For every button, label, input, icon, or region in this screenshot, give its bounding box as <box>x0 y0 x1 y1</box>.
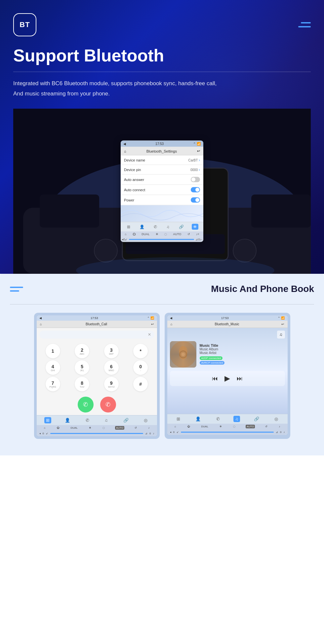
call-nav-link[interactable]: 🔗 <box>122 417 130 423</box>
call-nav-phone[interactable]: ✆ <box>84 417 91 423</box>
ctrl-ac[interactable]: ◌ <box>164 233 167 236</box>
call-screen-inner: ◀ 17:53 ⌃ 📶 ⌂ Bluetooth_Call ↩ ✕ 1 <box>37 315 157 436</box>
ctrl-home[interactable]: ⌂ <box>125 233 126 236</box>
music-nav-music[interactable]: ♫ <box>233 416 240 422</box>
call-ctrl-fan[interactable]: ❄ <box>88 426 92 430</box>
call-ctrl-vol[interactable]: ♪ <box>147 426 150 430</box>
call-back-arrow[interactable]: ◂ <box>38 432 42 435</box>
music-play-button[interactable]: ▶ <box>224 374 230 383</box>
music-ctrl-vol[interactable]: ♪ <box>278 425 281 428</box>
ctrl-auto[interactable]: AUTO <box>173 233 181 236</box>
call-ctrl-power[interactable]: ⏻ <box>56 426 60 430</box>
call-nav-grid[interactable]: ⊞ <box>44 417 51 423</box>
dial-6[interactable]: 6MNO <box>104 360 119 375</box>
call-vol-down[interactable]: ♪ <box>152 432 155 435</box>
music-mode[interactable]: ↙ <box>176 430 180 434</box>
bt-device-name-row[interactable]: Device name CarBT › <box>121 156 203 165</box>
call-ctrl-ac[interactable]: ◌ <box>101 426 106 430</box>
music-slider[interactable] <box>181 432 274 433</box>
music-next-button[interactable]: ⏭ <box>237 375 243 382</box>
call-mode[interactable]: ↙ <box>45 432 49 435</box>
nav-person-icon[interactable]: 👤 <box>138 224 146 230</box>
call-back-btn[interactable]: ◀ <box>39 316 42 320</box>
call-nav-music[interactable]: ♫ <box>103 417 109 423</box>
ctrl-vol-down[interactable]: ♪- <box>200 238 203 241</box>
dial-4[interactable]: 4GHI <box>46 360 60 375</box>
music-nav-link[interactable]: 🔗 <box>252 416 261 422</box>
music-nav-cam[interactable]: ◎ <box>273 416 280 422</box>
ctrl-repeat[interactable]: ↺ <box>187 233 190 236</box>
nav-link-icon[interactable]: 🔗 <box>178 224 185 230</box>
music-fan[interactable]: ⊿ <box>275 430 279 434</box>
call-green-button[interactable]: ✆ <box>78 397 94 412</box>
music-prev-button[interactable]: ⏮ <box>212 375 218 382</box>
music-ctrl-power[interactable]: ⏻ <box>186 425 191 428</box>
auto-connect-toggle[interactable] <box>191 187 200 193</box>
dial-9[interactable]: 9WXYZ <box>104 377 119 391</box>
dial-hash[interactable]: # <box>133 377 148 391</box>
music-ctrl-auto[interactable]: AUTO <box>246 425 255 428</box>
music-back-arrow[interactable]: ◂ <box>169 430 172 434</box>
ctrl-vol[interactable]: ♪+ <box>196 233 199 236</box>
music-vol-down[interactable]: ♪ <box>283 430 286 434</box>
dial-7[interactable]: 7PQRS <box>46 377 60 391</box>
music-nav-phone[interactable]: ✆ <box>215 416 222 422</box>
call-red-button[interactable]: ✆ <box>100 397 116 412</box>
music-nav-grid[interactable]: ⊞ <box>175 416 182 422</box>
ctrl-fan[interactable]: ❄ <box>156 233 158 236</box>
ctrl-mode[interactable]: ↙ <box>125 238 128 241</box>
dial-1[interactable]: 1 <box>46 344 60 358</box>
call-slider[interactable] <box>50 433 143 434</box>
dial-star[interactable]: * <box>133 344 148 358</box>
bt-power-row[interactable]: Power <box>121 195 203 205</box>
call-back-icon[interactable]: ↩ <box>151 322 154 326</box>
ctrl-slider[interactable] <box>129 239 194 240</box>
call-ctrl-repeat[interactable]: ↺ <box>134 426 138 430</box>
dial-2[interactable]: 2ABC <box>75 344 89 358</box>
bt-device-pin-row[interactable]: Device pin 0000 › <box>121 165 203 175</box>
music-back-icon[interactable]: ↩ <box>281 322 284 326</box>
music-ctrl-ac[interactable]: ◌ <box>232 425 236 428</box>
call-ctrl-auto[interactable]: AUTO <box>115 426 124 430</box>
music-home-icon[interactable]: ⌂ <box>171 322 173 326</box>
home-icon-small[interactable]: ⌂ <box>124 149 126 153</box>
call-nav-cam[interactable]: ◎ <box>142 417 149 423</box>
nav-eye-icon[interactable]: 👁 <box>192 224 198 230</box>
music-back-btn[interactable]: ◀ <box>170 316 172 320</box>
auto-answer-label: Auto answer <box>124 178 144 182</box>
bt-back-icon[interactable]: ↩ <box>197 149 200 153</box>
music-ctrl-fan[interactable]: ❄ <box>219 425 223 428</box>
music-album: Music Album <box>200 347 285 351</box>
bt-screen-title: Bluetooth_Settings <box>146 149 177 153</box>
bt-auto-answer-row[interactable]: Auto answer <box>121 175 203 185</box>
music-ctrl-repeat[interactable]: ↺ <box>264 425 268 428</box>
music-note-icon[interactable]: ♫ <box>277 331 285 339</box>
dial-0[interactable]: 0- <box>133 360 148 375</box>
dial-clear-button[interactable]: ✕ <box>148 332 151 337</box>
auto-answer-toggle[interactable] <box>191 177 200 182</box>
device-name-value: CarBT › <box>188 158 200 162</box>
ctrl-fan-icon[interactable]: ⊿ <box>195 238 198 241</box>
bt-settings-overlay: ◀ 17:53 ⌃ 📶 ⌂ Bluetooth_Settings ↩ Devic… <box>121 141 203 242</box>
call-status-bar: ◀ 17:53 ⌃ 📶 <box>37 315 157 321</box>
call-home-icon[interactable]: ⌂ <box>40 322 42 326</box>
nav-grid-icon[interactable]: ⊞ <box>126 224 132 230</box>
power-toggle[interactable] <box>191 197 200 203</box>
nav-phone-icon[interactable]: ✆ <box>152 224 158 230</box>
nav-music-icon[interactable]: ♫ <box>165 224 171 230</box>
music-nav-person[interactable]: 👤 <box>194 416 202 422</box>
menu-button[interactable] <box>298 22 311 27</box>
bt-screen-wave <box>121 205 203 222</box>
call-ctrl-home[interactable]: ⌂ <box>43 426 47 430</box>
bottom-menu-line-2 <box>10 290 19 292</box>
dial-3[interactable]: 3DEF <box>104 344 119 358</box>
dial-5[interactable]: 5JKL <box>75 360 89 375</box>
music-ctrl-home[interactable]: ⌂ <box>174 425 177 428</box>
dial-8[interactable]: 8TUV <box>75 377 89 391</box>
ctrl-power[interactable]: ⏻ <box>133 233 136 236</box>
call-nav-person[interactable]: 👤 <box>63 417 72 423</box>
back-btn-small[interactable]: ◀ <box>123 142 126 146</box>
bt-auto-connect-row[interactable]: Auto connect <box>121 185 203 195</box>
call-fan[interactable]: ⊿ <box>144 432 148 435</box>
bottom-menu-button[interactable] <box>10 287 23 292</box>
